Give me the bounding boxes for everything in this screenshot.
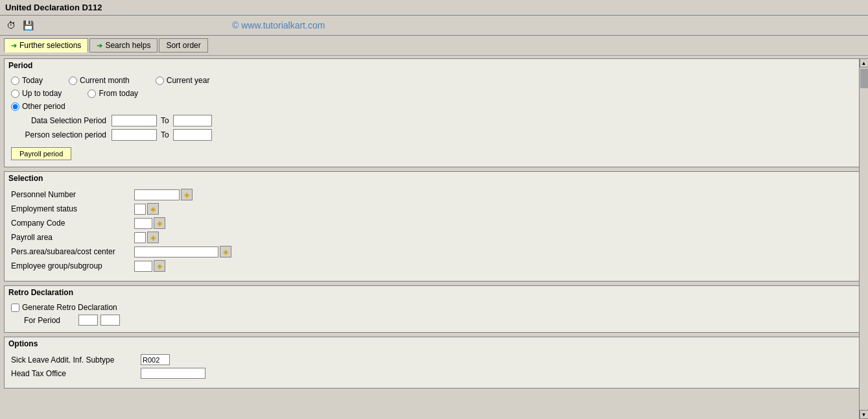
head-tax-label: Head Tax Office bbox=[11, 369, 141, 378]
company-code-arrow-btn[interactable]: ◈ bbox=[154, 217, 165, 229]
employee-group-label: Employee group/subgroup bbox=[11, 261, 134, 270]
period-section-title: Period bbox=[5, 59, 863, 72]
employment-status-row: Employment status ◈ bbox=[11, 203, 857, 215]
tabs-bar: ➔ Further selections ➔ Search helps Sort… bbox=[0, 36, 868, 56]
window-title: United Declaration D112 bbox=[5, 3, 102, 12]
arrow-diamond-icon2: ◈ bbox=[150, 205, 156, 213]
employee-group-input[interactable] bbox=[134, 261, 152, 272]
generate-retro-checkbox[interactable] bbox=[11, 304, 19, 312]
person-selection-label: Person selection period bbox=[11, 130, 111, 139]
arrow-diamond-icon4: ◈ bbox=[150, 233, 156, 242]
personnel-number-arrow-btn[interactable]: ◈ bbox=[181, 189, 193, 200]
main-content: Period Today Current month Current year bbox=[0, 56, 868, 416]
person-selection-row: Person selection period To bbox=[11, 129, 857, 141]
period-radio-row2: Up to today From today bbox=[11, 89, 857, 98]
scroll-thumb[interactable] bbox=[860, 69, 868, 88]
radio-from-today-label: From today bbox=[99, 89, 138, 98]
person-selection-to[interactable] bbox=[173, 129, 212, 141]
data-selection-to-label: To bbox=[161, 116, 169, 125]
radio-other-period-input[interactable] bbox=[11, 102, 19, 111]
data-selection-label: Data Selection Period bbox=[11, 116, 111, 125]
options-section-title: Options bbox=[5, 337, 863, 350]
generate-retro-row: Generate Retro Declaration bbox=[11, 303, 857, 312]
employment-status-input[interactable] bbox=[134, 204, 146, 215]
retro-section: Retro Declaration Generate Retro Declara… bbox=[4, 285, 864, 333]
employee-group-arrow-btn[interactable]: ◈ bbox=[154, 260, 165, 272]
radio-other-period[interactable]: Other period bbox=[11, 102, 65, 111]
tab-search-helps[interactable]: ➔ Search helps bbox=[89, 38, 158, 53]
period-section-content: Today Current month Current year Up to t… bbox=[5, 72, 863, 167]
scrollbar: ▲ ▼ bbox=[859, 58, 868, 419]
period-radio-row3: Other period bbox=[11, 102, 857, 111]
payroll-area-row: Payroll area ◈ bbox=[11, 232, 857, 243]
scroll-up-button[interactable]: ▲ bbox=[860, 58, 869, 67]
tab-arrow-icon: ➔ bbox=[11, 42, 17, 50]
watermark: © www.tutorialkart.com bbox=[232, 20, 325, 30]
sick-leave-input[interactable] bbox=[141, 354, 170, 365]
pers-area-label: Pers.area/subarea/cost center bbox=[11, 247, 134, 256]
personnel-number-row: Personnel Number ◈ bbox=[11, 189, 857, 200]
arrow-diamond-icon6: ◈ bbox=[157, 262, 162, 270]
period-section: Period Today Current month Current year bbox=[4, 58, 864, 167]
payroll-area-label: Payroll area bbox=[11, 233, 134, 242]
personnel-number-input[interactable] bbox=[134, 189, 180, 200]
radio-up-to-today[interactable]: Up to today bbox=[11, 89, 62, 98]
personnel-number-label: Personnel Number bbox=[11, 190, 134, 199]
payroll-area-arrow-btn[interactable]: ◈ bbox=[147, 232, 159, 243]
person-selection-from[interactable] bbox=[111, 129, 157, 141]
radio-current-year-label: Current year bbox=[167, 76, 210, 85]
tab-further-selections-label: Further selections bbox=[19, 41, 81, 50]
tab-further-selections[interactable]: ➔ Further selections bbox=[4, 38, 88, 53]
person-selection-to-label: To bbox=[161, 130, 169, 139]
radio-current-month[interactable]: Current month bbox=[69, 76, 130, 85]
employee-group-row: Employee group/subgroup ◈ bbox=[11, 260, 857, 272]
clock-icon[interactable]: ⏱ bbox=[4, 18, 18, 32]
selection-section-title: Selection bbox=[5, 172, 863, 185]
generate-retro-label: Generate Retro Declaration bbox=[22, 303, 117, 312]
radio-from-today-input[interactable] bbox=[88, 90, 96, 98]
pers-area-row: Pers.area/subarea/cost center ◈ bbox=[11, 246, 857, 257]
selection-section: Selection Personnel Number ◈ Employment … bbox=[4, 171, 864, 281]
sick-leave-label: Sick Leave Addit. Inf. Subtype bbox=[11, 355, 141, 365]
period-radio-row1: Today Current month Current year bbox=[11, 76, 857, 85]
tab-search-helps-label: Search helps bbox=[105, 41, 150, 50]
data-selection-to[interactable] bbox=[173, 115, 212, 126]
for-period-input1[interactable] bbox=[78, 315, 98, 326]
sick-leave-row: Sick Leave Addit. Inf. Subtype bbox=[11, 354, 857, 365]
radio-current-month-input[interactable] bbox=[69, 77, 77, 85]
radio-other-period-label: Other period bbox=[22, 102, 65, 111]
retro-section-content: Generate Retro Declaration For Period bbox=[5, 299, 863, 332]
employment-status-label: Employment status bbox=[11, 204, 134, 213]
arrow-diamond-icon: ◈ bbox=[184, 191, 189, 199]
pers-area-arrow-btn[interactable]: ◈ bbox=[220, 246, 231, 257]
options-section: Options Sick Leave Addit. Inf. Subtype H… bbox=[4, 337, 864, 389]
radio-today[interactable]: Today bbox=[11, 76, 43, 85]
company-code-row: Company Code ◈ bbox=[11, 217, 857, 229]
tab-sort-order[interactable]: Sort order bbox=[159, 38, 207, 53]
payroll-period-button[interactable]: Payroll period bbox=[11, 147, 71, 160]
pers-area-input[interactable] bbox=[134, 246, 218, 257]
options-section-content: Sick Leave Addit. Inf. Subtype Head Tax … bbox=[5, 350, 863, 388]
radio-today-label: Today bbox=[22, 76, 43, 85]
head-tax-input[interactable] bbox=[141, 368, 205, 379]
payroll-area-input[interactable] bbox=[134, 232, 146, 243]
radio-today-input[interactable] bbox=[11, 77, 19, 85]
data-selection-row: Data Selection Period To bbox=[11, 115, 857, 126]
toolbar: ⏱ 💾 © www.tutorialkart.com bbox=[0, 16, 868, 36]
for-period-label: For Period bbox=[24, 316, 76, 325]
retro-section-title: Retro Declaration bbox=[5, 286, 863, 299]
scroll-down-button[interactable]: ▼ bbox=[860, 410, 869, 419]
head-tax-row: Head Tax Office bbox=[11, 368, 857, 379]
for-period-input2[interactable] bbox=[100, 315, 120, 326]
radio-from-today[interactable]: From today bbox=[88, 89, 138, 98]
company-code-input[interactable] bbox=[134, 218, 152, 229]
data-selection-from[interactable] bbox=[111, 115, 157, 126]
arrow-diamond-icon5: ◈ bbox=[223, 248, 228, 256]
radio-current-year[interactable]: Current year bbox=[156, 76, 210, 85]
employment-status-arrow-btn[interactable]: ◈ bbox=[147, 203, 159, 215]
for-period-row: For Period bbox=[11, 315, 857, 326]
save-icon[interactable]: 💾 bbox=[21, 18, 35, 32]
radio-current-year-input[interactable] bbox=[156, 77, 164, 85]
radio-up-to-today-input[interactable] bbox=[11, 90, 19, 98]
radio-current-month-label: Current month bbox=[80, 76, 130, 85]
